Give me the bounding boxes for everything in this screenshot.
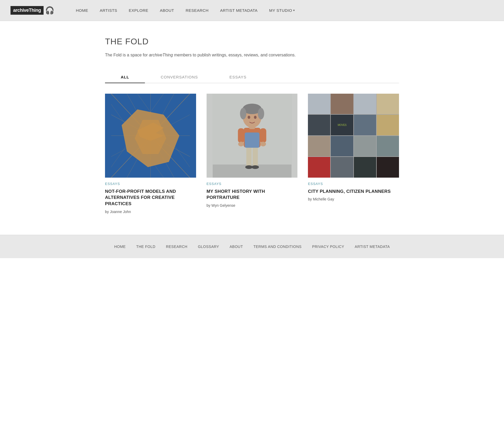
- card-3-title: CITY PLANNING, CITIZEN PLANNERS: [308, 188, 399, 195]
- collage-cell-7: [354, 115, 376, 135]
- svg-point-25: [238, 142, 244, 146]
- main-content: THE FOLD The Fold is a space for archive…: [94, 21, 410, 235]
- svg-point-30: [240, 108, 246, 119]
- footer-about[interactable]: ABOUT: [224, 243, 248, 250]
- card-3-category: ESSAYS: [308, 182, 399, 186]
- page-subtitle: The Fold is a space for archiveThing mem…: [105, 52, 399, 59]
- collage-cell-16: [377, 157, 399, 178]
- card-image-2: [207, 94, 298, 178]
- card-1-category: ESSAYS: [105, 182, 196, 186]
- tab-conversations[interactable]: CONVERSATIONS: [145, 72, 214, 83]
- chevron-down-icon: ▾: [293, 9, 295, 12]
- collage-cell-8: [377, 115, 399, 135]
- collage-cell-10: [331, 136, 353, 157]
- card-2[interactable]: ESSAYS MY SHORT HISTORY WITH PORTRAITURE…: [207, 94, 298, 214]
- svg-rect-22: [245, 132, 259, 148]
- footer-research[interactable]: RESEARCH: [161, 243, 193, 250]
- card-image-3: MOVES: [308, 94, 399, 178]
- collage-cell-1: [308, 94, 330, 114]
- headphones-icon: 🎧: [45, 6, 54, 15]
- footer-artist-metadata[interactable]: ARTIST METADATA: [349, 243, 395, 250]
- card-3-author: by Michelle Gay: [308, 197, 399, 201]
- svg-rect-23: [238, 128, 244, 143]
- card-2-author: by Wyn Gelyense: [207, 203, 298, 208]
- card-3[interactable]: MOVES ESSAYS CITY PLANNING, CITIZEN PLAN…: [308, 94, 399, 214]
- collage-cell-4: [377, 94, 399, 114]
- nav-artists[interactable]: ARTISTS: [94, 8, 123, 13]
- svg-rect-18: [253, 146, 258, 167]
- cards-grid: ESSAYS NOT-FOR-PROFIT MODELS AND ALTERNA…: [105, 94, 399, 214]
- nav-my-studio[interactable]: MY STUDIO ▾: [263, 8, 301, 13]
- nav-explore[interactable]: EXPLORE: [123, 8, 154, 13]
- card-1-author: by Joanne John: [105, 210, 196, 214]
- page-title: THE FOLD: [105, 37, 399, 46]
- nav-links: HOME ARTISTS EXPLORE ABOUT RESEARCH ARTI…: [70, 8, 494, 13]
- tabs-bar: ALL CONVERSATIONS ESSAYS: [105, 72, 399, 83]
- svg-point-33: [254, 116, 256, 119]
- svg-point-31: [258, 108, 264, 119]
- tab-all[interactable]: ALL: [105, 72, 145, 83]
- nav-about[interactable]: ABOUT: [154, 8, 180, 13]
- card-2-category: ESSAYS: [207, 182, 298, 186]
- tab-essays[interactable]: ESSAYS: [214, 72, 262, 83]
- logo-text: archiveThing: [13, 8, 41, 13]
- logo-area[interactable]: archiveThing 🎧: [10, 6, 54, 15]
- collage-cell-13: [308, 157, 330, 178]
- logo-box: archiveThing: [10, 6, 44, 15]
- collage-cell-11: [354, 136, 376, 157]
- nav-home[interactable]: HOME: [70, 8, 94, 13]
- collage-cell-15: [354, 157, 376, 178]
- collage-cell-9: [308, 136, 330, 157]
- footer-terms[interactable]: TERMS AND CONDITIONS: [248, 243, 307, 250]
- svg-point-20: [251, 165, 259, 169]
- nav-research[interactable]: RESEARCH: [180, 8, 214, 13]
- collage-cell-14: [331, 157, 353, 178]
- footer-glossary[interactable]: GLOSSARY: [193, 243, 224, 250]
- footer-the-fold[interactable]: THE FOLD: [131, 243, 161, 250]
- card-1[interactable]: ESSAYS NOT-FOR-PROFIT MODELS AND ALTERNA…: [105, 94, 196, 214]
- navbar: archiveThing 🎧 HOME ARTISTS EXPLORE ABOU…: [0, 0, 504, 21]
- svg-rect-24: [260, 128, 266, 143]
- footer-privacy[interactable]: PRIVACY POLICY: [307, 243, 349, 250]
- svg-point-32: [248, 116, 250, 119]
- card-2-title: MY SHORT HISTORY WITH PORTRAITURE: [207, 188, 298, 201]
- footer-links: HOME THE FOLD RESEARCH GLOSSARY ABOUT TE…: [10, 243, 494, 250]
- collage-cell-12: [377, 136, 399, 157]
- collage-cell-3: [354, 94, 376, 114]
- collage-cell-6: MOVES: [331, 115, 353, 135]
- svg-rect-17: [246, 146, 251, 167]
- svg-point-26: [260, 142, 266, 146]
- footer: HOME THE FOLD RESEARCH GLOSSARY ABOUT TE…: [0, 235, 504, 258]
- svg-point-19: [245, 165, 253, 169]
- nav-artist-metadata[interactable]: ARTIST METADATA: [214, 8, 264, 13]
- card-1-title: NOT-FOR-PROFIT MODELS AND ALTERNATIVES F…: [105, 188, 196, 207]
- footer-home[interactable]: HOME: [109, 243, 131, 250]
- collage-cell-2: [331, 94, 353, 114]
- card-image-1: [105, 94, 196, 178]
- collage-cell-5: [308, 115, 330, 135]
